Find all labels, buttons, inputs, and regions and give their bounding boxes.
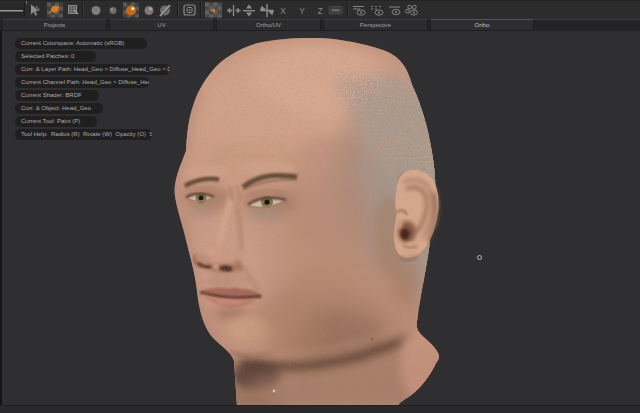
svg-text:Z: Z bbox=[317, 6, 322, 16]
svg-text:X: X bbox=[280, 6, 286, 16]
svg-text:Y: Y bbox=[299, 6, 305, 16]
